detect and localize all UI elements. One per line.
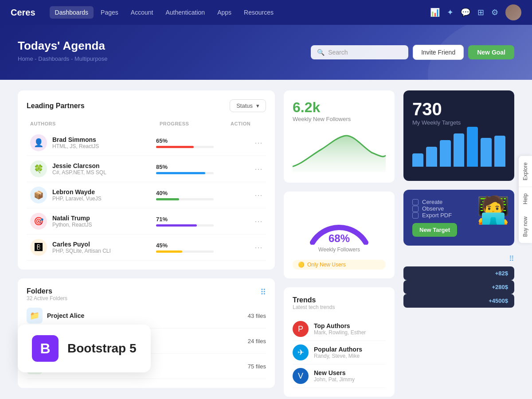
followers-label: Weekly New Followers [293,116,386,122]
chart-icon[interactable]: 📊 [430,8,440,17]
target-item-label: Cereate [422,199,442,205]
folder-files: 43 files [248,313,266,319]
extra-stat: +82$ [403,266,514,280]
new-goal-button[interactable]: New Goal [468,45,514,59]
apps-icon[interactable]: ⊞ [477,8,484,17]
action-dots[interactable]: ⋯ [227,138,262,148]
trend-details: New Users John, Pat, Jimmy [314,369,355,383]
progress-area: 85% [156,164,227,174]
breadcrumb-multipurpose[interactable]: Multipurpose [74,55,107,62]
progress-fill [156,250,182,253]
lp-title: Leading Partners [27,102,85,110]
breadcrumb-dashboards[interactable]: Dashboards [38,55,69,62]
search-box[interactable]: 🔍 Search [311,45,408,59]
target-checkbox[interactable] [412,206,419,212]
partner-skills: PHP, Laravel, VueJS [52,196,102,202]
folder-files: 75 files [248,363,266,370]
progress-pct: 65% [156,137,227,144]
extra-stat: +4500$ [403,294,514,308]
action-dots[interactable]: ⋯ [227,243,262,252]
nav-auth[interactable]: Authentication [160,6,210,19]
invite-friend-button[interactable]: Invite Friend [413,45,464,60]
trend-sub: Randy, Steve, Mike [314,353,362,359]
col-headers: AUTHORS PROGRESS ACTION [27,121,266,126]
followers-chart [293,128,386,172]
target-card: Cereate Observe Export PDF New Target 🧑‍… [403,190,514,246]
target-checkbox[interactable] [412,212,419,219]
extra-stat-value: +4500$ [489,297,508,304]
trend-name: Popular Authors [314,346,362,353]
progress-area: 71% [156,216,227,227]
partner-name: Brad Simmons [52,136,99,143]
nav-apps[interactable]: Apps [212,6,237,19]
partner-row: 🍀 Jessie Clarcson C#, ASP.NET, MS SQL 85… [27,156,266,182]
col-mid: 6.2k Weekly New Followers [284,90,395,397]
progress-pct: 40% [156,190,227,196]
progress-bar [156,198,214,200]
nav-account[interactable]: Account [125,6,159,19]
user-avatar[interactable] [505,4,521,20]
breadcrumb-sep2: - [71,55,74,62]
folders-info: Folders 32 Active Folders [27,287,67,301]
partner-skills: Python, ReactJS [52,222,92,228]
action-dots[interactable]: ⋯ [227,190,262,200]
col-progress: PROGRESS [160,121,231,126]
col-action: ACTION [231,121,266,126]
trend-sub: Mark, Rowling, Esther [314,329,366,336]
side-tab-buynow[interactable]: Buy now [519,211,532,243]
brand: Ceres [11,8,35,18]
bar [494,136,505,167]
bar [467,127,478,167]
progress-pct: 71% [156,216,227,223]
message-icon[interactable]: 💬 [461,8,470,17]
trends-title: Trends [293,296,386,304]
action-dots[interactable]: ⋯ [227,216,262,226]
folder-info: 📁 Project Alice [27,308,84,324]
target-item-label: Observe [422,205,444,212]
settings-icon[interactable]: ⚙ [491,8,498,17]
targets-label: My Weekly Targets [412,119,505,126]
partner-avatar: 🅱 [30,239,47,256]
partner-details: Brad Simmons HTML, JS, ReactJS [52,136,99,149]
breadcrumb-home[interactable]: Home [18,55,33,62]
partner-row: 🎯 Natali Trump Python, ReactJS 71% ⋯ [27,208,266,235]
nav-links: Dashboards Pages Account Authentication … [50,6,279,19]
progress-fill [156,146,194,148]
partner-name: Carles Puyol [52,241,111,248]
followers-card: 6.2k Weekly New Followers [284,90,395,183]
side-tab-explore[interactable]: Explore [519,156,532,187]
gauge-percent: 68% [329,232,350,245]
action-dots[interactable]: ⋯ [227,164,262,174]
gauge-card: 68% Weekly Followers 🟡 Only New Users [284,192,395,278]
target-checkbox[interactable] [412,199,419,205]
partners-list: 👤 Brad Simmons HTML, JS, ReactJS 65% ⋯ 🍀… [27,130,266,261]
trends-card: Trends Latest tech trends P Top Authors … [284,287,395,397]
grid-icon[interactable]: ✦ [447,8,454,17]
status-dropdown[interactable]: Status ▾ [230,99,266,112]
side-tab-help[interactable]: Help [519,187,532,211]
partner-details: Jessie Clarcson C#, ASP.NET, MS SQL [52,162,106,176]
trend-details: Popular Authors Randy, Steve, Mike [314,346,362,359]
nav-dashboards[interactable]: Dashboards [50,6,94,19]
nav-pages[interactable]: Pages [95,6,124,19]
progress-pct: 85% [156,164,227,170]
nav-resources[interactable]: Resources [239,6,279,19]
bar [454,133,465,167]
leading-partners-panel: Leading Partners Status ▾ AUTHORS PROGRE… [18,90,275,270]
only-new-label: Only New Users [307,262,346,268]
status-label: Status [236,102,253,109]
bar [412,153,423,167]
search-icon: 🔍 [317,49,325,56]
trends-sub: Latest tech trends [293,304,386,310]
bar-chart [412,131,505,167]
extra-dots: ⠿ [509,254,514,263]
partner-avatar: 📦 [30,187,47,203]
bootstrap-icon: B [32,335,59,362]
progress-bar [156,146,214,148]
trend-icon: P [293,321,309,337]
trends-list: P Top Authors Mark, Rowling, Esther ✈ Po… [293,317,386,388]
folders-dots[interactable]: ⠿ [260,287,266,297]
followers-value: 6.2k [293,99,386,116]
new-target-button[interactable]: New Target [412,223,457,237]
progress-area: 40% [156,190,227,200]
